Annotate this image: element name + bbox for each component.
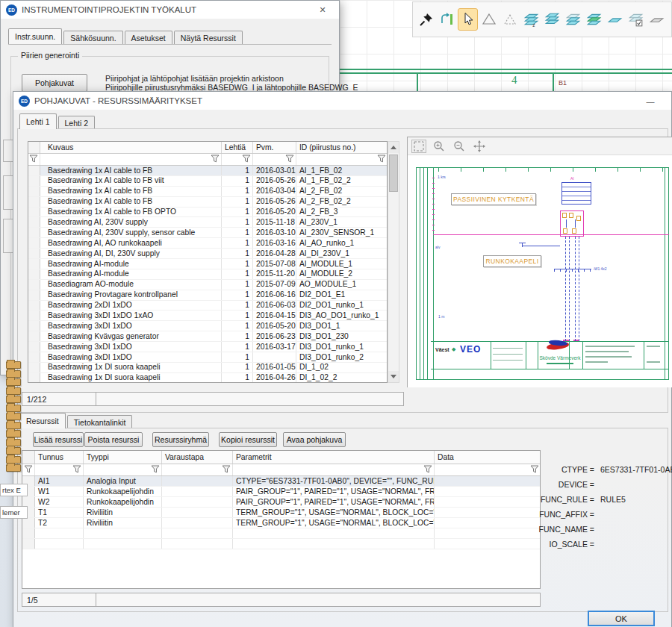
filter-cell[interactable] xyxy=(296,154,388,165)
folder-icon[interactable] xyxy=(6,378,21,386)
pan-icon[interactable] xyxy=(472,140,487,153)
row-selector[interactable] xyxy=(28,342,40,352)
scrollbar-thumb[interactable] xyxy=(389,155,398,192)
row-selector[interactable] xyxy=(28,363,40,372)
table-row[interactable]: Basedrawing AI, 230V supply, sensor cabl… xyxy=(28,228,387,238)
lis-resurssi-button[interactable]: Lisää resurssi xyxy=(33,432,84,447)
close-icon[interactable]: ✕ xyxy=(312,3,333,17)
folder-icon[interactable] xyxy=(6,439,21,446)
row-selector[interactable] xyxy=(28,331,40,341)
side-label[interactable]: rtex E xyxy=(0,484,28,496)
column-header-varaustapa[interactable]: Varaustapa xyxy=(162,451,233,464)
table-row[interactable]: Basedrawing 2xDI 1xDO12016-06-03DI2_DO1_… xyxy=(28,301,387,311)
row-selector[interactable] xyxy=(28,228,40,237)
table-row[interactable]: AI1Analogia InputCTYPE="6ES7331-7TF01-0A… xyxy=(22,476,540,487)
folder-icon[interactable] xyxy=(6,396,21,403)
table-row[interactable]: W2RunkokaapelijohdinPAIR_GROUP="1", PAIR… xyxy=(22,497,540,508)
table-row[interactable]: W1RunkokaapelijohdinPAIR_GROUP="1", PAIR… xyxy=(22,487,540,497)
table-row[interactable]: T2RiviliitinTERM_GROUP="1", USAGE="NORMA… xyxy=(22,518,540,528)
filter-funnel-icon[interactable] xyxy=(285,155,294,164)
tab-lehti-2[interactable]: Lehti 2 xyxy=(58,116,96,129)
select-rect-icon[interactable] xyxy=(411,140,426,153)
layers-active-icon[interactable] xyxy=(583,8,603,31)
filter-funnel-icon[interactable] xyxy=(151,465,160,475)
row-selector[interactable] xyxy=(22,518,35,528)
tab-instr-suunn[interactable]: Instr.suunn. xyxy=(8,28,62,44)
filter-funnel-icon[interactable] xyxy=(24,465,33,475)
filter-cell[interactable] xyxy=(162,464,233,475)
column-header-pvm[interactable]: Pvm. xyxy=(253,142,296,153)
column-header-id-piirustus-no[interactable]: ID (piirustus no.) xyxy=(296,142,388,153)
folder-icon[interactable] xyxy=(6,405,21,412)
layers-checkbox-icon[interactable] xyxy=(625,8,645,31)
filter-cell[interactable] xyxy=(253,154,296,165)
filter-cell[interactable] xyxy=(222,154,253,165)
row-selector[interactable] xyxy=(28,373,40,383)
table-row[interactable]: Basedrawing AI-module12015-11-20AI_MODUL… xyxy=(28,269,387,280)
filter-cell[interactable] xyxy=(84,464,162,475)
triangle-icon[interactable] xyxy=(479,8,499,31)
folder-icon[interactable] xyxy=(6,422,21,429)
cursor-icon[interactable] xyxy=(458,8,478,31)
filter-funnel-icon[interactable] xyxy=(72,465,81,475)
layer-gray-icon[interactable] xyxy=(646,8,666,31)
pin-icon[interactable] xyxy=(416,8,436,31)
table-row[interactable]: Basediagram AO-module12015-07-09AO_MODUL… xyxy=(28,280,387,290)
tab-s-hk-suunn[interactable]: Sähkösuunn. xyxy=(63,31,122,44)
folder-icon[interactable] xyxy=(6,370,21,378)
row-selector[interactable] xyxy=(28,259,40,269)
zoom-in-icon[interactable] xyxy=(432,140,447,153)
tab-lehti-1[interactable]: Lehti 1 xyxy=(19,113,57,129)
row-selector[interactable] xyxy=(28,321,40,331)
row-selector[interactable] xyxy=(28,269,40,279)
column-header-lehti[interactable]: Lehtiä xyxy=(222,142,253,153)
row-selector[interactable] xyxy=(28,352,40,362)
table-row[interactable]: Basedrawing Kvävgas generator12016-06-23… xyxy=(28,331,387,342)
tab-resurssit[interactable]: Resurssit xyxy=(19,413,66,428)
scroll-down-icon[interactable] xyxy=(388,371,399,382)
scroll-up-icon[interactable] xyxy=(388,142,399,153)
filter-cell[interactable] xyxy=(233,464,435,475)
row-selector[interactable] xyxy=(28,166,40,175)
folder-icon[interactable] xyxy=(6,447,21,455)
dashed-triangle-icon[interactable] xyxy=(500,8,520,31)
layer-flat-icon[interactable] xyxy=(604,8,624,31)
layers-copy-icon[interactable] xyxy=(562,8,582,31)
tab-tietokantalinkit[interactable]: Tietokantalinkit xyxy=(67,415,133,428)
column-header-parametrit[interactable]: Parametrit xyxy=(233,451,435,464)
row-selector[interactable] xyxy=(28,217,40,227)
filter-cell[interactable] xyxy=(28,154,40,165)
column-header-tunnus[interactable]: Tunnus xyxy=(35,451,84,464)
tools-dialog-titlebar[interactable]: ED INSTRUMENTOINTIPROJEKTIN TYÖKALUT xyxy=(1,1,339,19)
avaa-pohjakuva-button[interactable]: Avaa pohjakuva xyxy=(283,432,346,447)
row-selector[interactable] xyxy=(28,187,40,196)
tab-asetukset[interactable]: Asetukset xyxy=(125,31,172,44)
table-row[interactable]: T1RiviliitinTERM_GROUP="1", USAGE="NORMA… xyxy=(22,508,540,518)
table-row[interactable]: Basedrawing 1x AI cable to FB12016-05-26… xyxy=(28,197,387,208)
filter-funnel-icon[interactable] xyxy=(242,155,251,164)
table-row[interactable]: Basedrawing AI-module12015-07-08AI_MODUL… xyxy=(28,259,387,269)
resources-dialog-titlebar[interactable]: ED POHJAKUVAT - RESURSSIMÄÄRITYKSET xyxy=(13,92,671,110)
folder-icon[interactable] xyxy=(6,430,21,437)
row-selector[interactable] xyxy=(28,290,40,300)
table-row[interactable]: Basedrawing 1x AI cable to FB12016-03-01… xyxy=(28,166,387,176)
folder-icon[interactable] xyxy=(6,456,21,464)
filter-cell[interactable] xyxy=(22,464,35,475)
row-selector[interactable] xyxy=(28,208,40,217)
kopioi-resurssit-button[interactable]: Kopioi resurssit xyxy=(219,432,277,447)
rotate-icon[interactable] xyxy=(437,8,457,31)
row-selector[interactable] xyxy=(28,197,40,207)
filter-funnel-icon[interactable] xyxy=(222,465,231,475)
layers-z-icon[interactable]: z xyxy=(520,8,541,31)
poista-resurssi-button[interactable]: Poista resurssi xyxy=(84,432,143,447)
zoom-out-icon[interactable] xyxy=(452,140,467,153)
row-selector[interactable] xyxy=(28,176,40,186)
table-row[interactable]: Basedrawing 1x AI cable to FB OPTO12016-… xyxy=(28,208,387,218)
folder-icon[interactable] xyxy=(6,387,21,395)
folder-icon[interactable] xyxy=(6,361,21,369)
layers-stack-icon[interactable] xyxy=(541,8,561,31)
row-selector[interactable] xyxy=(28,280,40,290)
table-row[interactable]: Basedrawing Provtagare kontrollpanel1201… xyxy=(28,290,387,301)
filter-cell[interactable] xyxy=(35,464,84,475)
filter-funnel-icon[interactable] xyxy=(423,465,432,475)
